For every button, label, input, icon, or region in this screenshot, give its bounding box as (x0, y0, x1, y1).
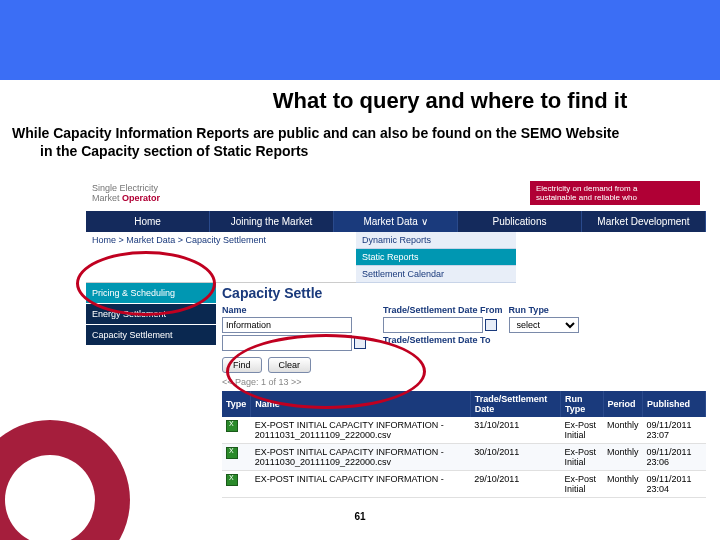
submenu-static[interactable]: Static Reports (356, 249, 516, 266)
submenu-dynamic[interactable]: Dynamic Reports (356, 232, 516, 249)
date-to-label: Trade/Settlement Date To (383, 335, 503, 345)
sidebar-item-pricing[interactable]: Pricing & Scheduling (86, 283, 216, 304)
sidebar-item-capacity[interactable]: Capacity Settlement (86, 325, 216, 346)
clear-button[interactable]: Clear (268, 357, 312, 373)
page-number: 61 (0, 511, 720, 522)
name-input[interactable] (222, 317, 352, 333)
market-data-submenu: Dynamic Reports Static Reports Settlemen… (356, 232, 516, 283)
run-type-label: Run Type (509, 305, 579, 315)
find-button[interactable]: Find (222, 357, 262, 373)
nav-market-data[interactable]: Market Data ∨ (334, 211, 458, 232)
chevron-down-icon: ∨ (421, 216, 428, 227)
strapline-banner: Electricity on demand from a sustainable… (530, 181, 700, 205)
embedded-screenshot: Single Electricity Market Operator Elect… (86, 179, 706, 479)
th-run: Run Type (560, 391, 603, 417)
slide-body: While Capacity Information Reports are p… (0, 120, 720, 168)
main-nav: Home Joining the Market Market Data ∨ Pu… (86, 211, 706, 232)
date-from-input[interactable] (383, 317, 483, 333)
nav-market-dev[interactable]: Market Development (582, 211, 706, 232)
submenu-calendar[interactable]: Settlement Calendar (356, 266, 516, 283)
table-row: EX-POST INITIAL CAPACITY INFORMATION - 2… (222, 417, 706, 444)
slide-blue-band (0, 0, 720, 80)
nav-home[interactable]: Home (86, 211, 210, 232)
results-table: Type Name Trade/Settlement Date Run Type… (222, 391, 706, 498)
semo-logo: Single Electricity Market Operator (92, 183, 160, 203)
calendar-icon[interactable] (485, 319, 497, 331)
xls-icon[interactable] (226, 447, 238, 459)
date-from-label: Trade/Settlement Date From (383, 305, 503, 315)
table-row: EX-POST INITIAL CAPACITY INFORMATION - 2… (222, 444, 706, 471)
calendar-icon[interactable] (354, 337, 366, 349)
run-type-select[interactable]: select (509, 317, 579, 333)
th-date: Trade/Settlement Date (470, 391, 560, 417)
th-type: Type (222, 391, 251, 417)
th-period: Period (603, 391, 643, 417)
logo-line1: Single Electricity (92, 183, 160, 193)
main-content: Capacity Settle Name x x Trade/Settlemen… (216, 283, 706, 498)
xls-icon[interactable] (226, 474, 238, 486)
table-header-row: Type Name Trade/Settlement Date Run Type… (222, 391, 706, 417)
th-published: Published (643, 391, 706, 417)
slide-title: What to query and where to find it (0, 80, 720, 120)
table-row: EX-POST INITIAL CAPACITY INFORMATION - 2… (222, 471, 706, 498)
date-to-input[interactable] (222, 335, 352, 351)
nav-publications[interactable]: Publications (458, 211, 582, 232)
pager: << Page: 1 of 13 >> (222, 377, 706, 387)
filter-row: Name x x Trade/Settlement Date From Trad… (222, 305, 706, 351)
xls-icon[interactable] (226, 420, 238, 432)
sidebar-item-energy[interactable]: Energy Settlement (86, 304, 216, 325)
page-heading: Capacity Settle (222, 283, 706, 303)
breadcrumb: Home > Market Data > Capacity Settlement (86, 232, 356, 283)
body-line-1: While Capacity Information Reports are p… (12, 125, 619, 141)
th-name: Name (251, 391, 470, 417)
nav-joining[interactable]: Joining the Market (210, 211, 334, 232)
name-label: Name (222, 305, 366, 315)
body-line-2: in the Capacity section of Static Report… (12, 142, 700, 160)
